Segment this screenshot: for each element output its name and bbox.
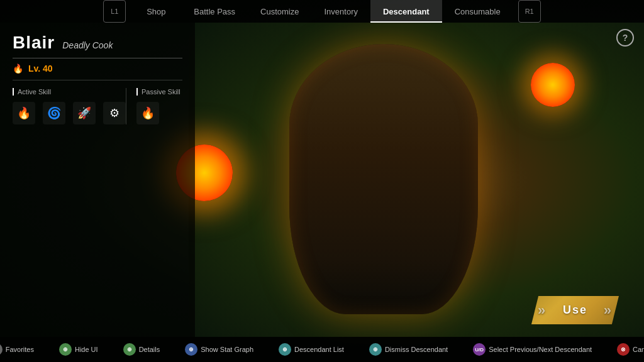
passive-skill-section: Passive Skill 🔥 [126, 88, 182, 124]
bottom-action-dismiss: ⊕ Dismiss Descendant [369, 343, 448, 356]
bottom-action-favorites: ⊕ Favorites [0, 343, 34, 356]
level-row: 🔥 Lv. 40 [13, 63, 182, 74]
stat-graph-icon: ⊕ [185, 343, 197, 356]
level-text: Lv. 40 [28, 63, 53, 74]
use-button-container: Use [531, 296, 619, 324]
nav-left-button[interactable]: L1 [103, 0, 126, 23]
nav-item-shop[interactable]: Shop [131, 0, 181, 23]
nav-item-customize[interactable]: Customize [248, 0, 311, 23]
select-prev-next-icon: U/D [473, 343, 486, 356]
cancel-icon: ⊗ [617, 343, 630, 356]
passive-skill-icons: 🔥 [136, 102, 182, 124]
hide-ui-label: Hide UI [75, 346, 98, 353]
favorites-label: Favorites [6, 346, 34, 353]
stat-graph-label: Show Stat Graph [201, 346, 253, 353]
active-skill-icon-4[interactable]: ⚙ [103, 102, 126, 124]
left-panel: Blair Deadly Cook 🔥 Lv. 40 Active Skill … [0, 23, 195, 337]
bottom-action-details: ⊕ Details [123, 343, 160, 356]
help-button[interactable]: ? [616, 29, 634, 47]
nav-item-consumable[interactable]: Consumable [442, 0, 513, 23]
level-divider [13, 80, 182, 80]
details-icon: ⊕ [123, 343, 136, 356]
active-skill-section: Active Skill 🔥 🌀 🚀 ⚙ [13, 88, 126, 124]
bottom-action-descendant-list: ⊕ Descendant List [279, 343, 344, 356]
use-button[interactable]: Use [531, 296, 619, 324]
character-name: Blair [13, 33, 55, 53]
fire-effect-right [531, 63, 575, 107]
nav-item-battle-pass[interactable]: Battle Pass [181, 0, 248, 23]
hide-ui-icon: ⊕ [59, 343, 72, 356]
active-skill-icon-3[interactable]: 🚀 [73, 102, 96, 124]
bottom-action-cancel: ⊗ Cancel [617, 343, 644, 356]
character-silhouette [289, 44, 478, 314]
bottom-bar: ⊕ Favorites ⊕ Hide UI ⊕ Details ⊕ Show S… [0, 337, 644, 362]
dismiss-label: Dismiss Descendant [385, 346, 448, 353]
active-skill-icon-1[interactable]: 🔥 [13, 102, 35, 124]
character-title: Deadly Cook [62, 40, 113, 50]
character-figure [264, 31, 503, 327]
active-skill-icon-2[interactable]: 🌀 [43, 102, 65, 124]
name-divider [13, 58, 182, 58]
level-icon: 🔥 [13, 63, 23, 74]
passive-skill-label: Passive Skill [136, 88, 182, 96]
navigation-bar: L1 Shop Battle Pass Customize Inventory … [0, 0, 644, 23]
details-label: Details [139, 346, 160, 353]
nav-item-inventory[interactable]: Inventory [312, 0, 370, 23]
descendant-list-icon: ⊕ [279, 343, 291, 356]
passive-skill-icon-1[interactable]: 🔥 [136, 102, 159, 124]
active-skill-icons: 🔥 🌀 🚀 ⚙ [13, 102, 126, 124]
descendant-list-label: Descendant List [294, 346, 344, 353]
bottom-action-stat-graph: ⊕ Show Stat Graph [185, 343, 253, 356]
skills-container: Active Skill 🔥 🌀 🚀 ⚙ Passive Skill 🔥 [13, 88, 182, 124]
cancel-label: Cancel [633, 346, 644, 353]
active-skill-label: Active Skill [13, 88, 126, 96]
nav-right-button[interactable]: R1 [518, 0, 541, 23]
character-name-row: Blair Deadly Cook [13, 33, 182, 53]
select-prev-next-label: Select Previous/Next Descendant [489, 346, 592, 353]
bottom-action-select-prev-next: U/D Select Previous/Next Descendant [473, 343, 592, 356]
favorites-icon: ⊕ [0, 343, 3, 356]
bottom-action-hide-ui: ⊕ Hide UI [59, 343, 98, 356]
dismiss-icon: ⊕ [369, 343, 382, 356]
nav-item-descendant[interactable]: Descendant [370, 0, 442, 23]
